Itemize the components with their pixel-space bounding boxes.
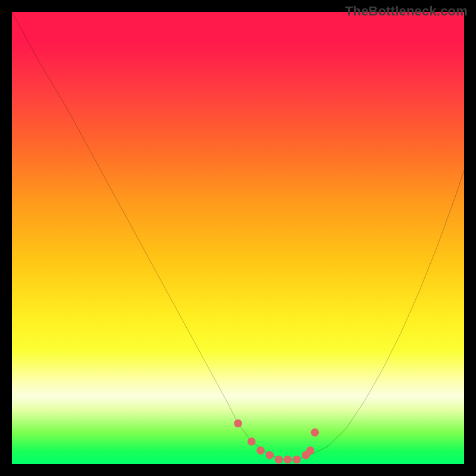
valley-marker-group <box>234 419 319 464</box>
chart-stage: TheBottleneck.com <box>0 0 476 476</box>
valley-marker-dot <box>256 446 265 455</box>
valley-marker-dot <box>311 428 319 437</box>
valley-marker-dot <box>265 451 274 459</box>
valley-marker-dot <box>234 419 242 428</box>
chart-svg <box>12 12 464 464</box>
valley-marker-dot <box>293 456 301 464</box>
valley-marker-dot <box>275 456 283 464</box>
valley-marker-dot <box>306 446 315 455</box>
valley-marker-dot <box>284 456 292 464</box>
bottleneck-curve-path <box>12 12 464 459</box>
valley-marker-dot <box>248 437 256 446</box>
